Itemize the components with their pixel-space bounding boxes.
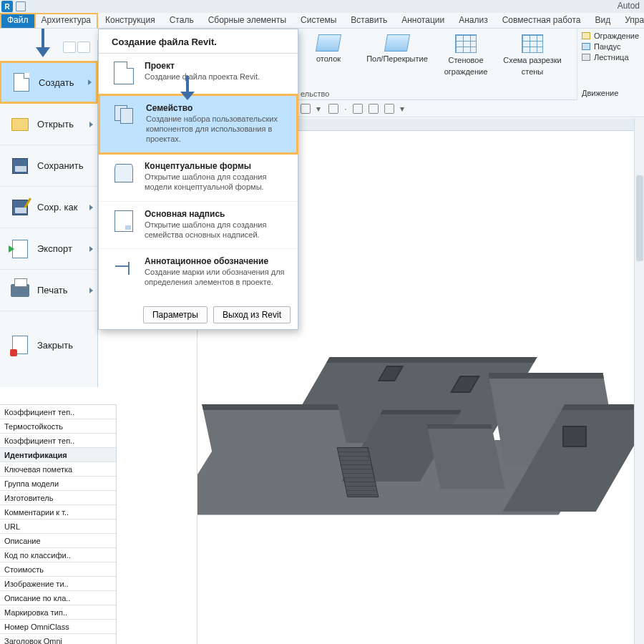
annotation-icon [112,256,136,280]
property-row[interactable]: Термостойкость [0,419,116,434]
qat-btn[interactable] [353,104,363,114]
ribbon-stairs-button[interactable]: Лестница [582,53,640,62]
floppy-pen-icon [10,199,30,216]
tab-view[interactable]: Вид [587,13,618,28]
ribbon-group-label: Движение [582,89,640,97]
ribbon-label: Пандус [594,42,620,51]
submenu-desc: Создание файла проекта Revit. [145,72,260,82]
ribbon-label: ограждение [444,67,488,76]
stairs-icon [582,54,590,61]
revit-logo-icon: R [1,1,13,12]
menu-label: Открыть [37,119,74,130]
qat-icon[interactable] [16,1,26,11]
property-row[interactable]: Изготовитель [0,491,116,505]
close-doc-icon [10,336,30,353]
options-button[interactable]: Параметры [143,306,208,323]
ramp-icon [582,43,590,50]
exit-revit-button[interactable]: Выход из Revit [213,306,291,323]
ribbon-label: Схема разрезки [503,56,561,64]
property-row[interactable]: Комментарии к т.. [0,505,116,519]
property-row[interactable]: Коэффициент теп.. [0,405,116,419]
tab-structure[interactable]: Конструкция [98,13,162,28]
property-row[interactable]: Номер OmniClass [0,620,116,634]
file-menu-saveas[interactable]: Сохр. как [0,187,97,228]
ribbon-railing-button[interactable]: Ограждение [582,31,640,40]
submenu-project[interactable]: Проект Создание файла проекта Revit. [99,54,298,94]
submenu-annotation[interactable]: Аннотационное обозначение Создание марки… [99,249,298,296]
document-icon [11,74,31,91]
property-row[interactable]: Заголовок Omni [0,634,116,644]
project-icon [112,61,136,85]
menu-label: Экспорт [37,243,72,254]
qat-open-icon[interactable] [77,42,90,53]
ribbon-curtainwall-button[interactable]: Стеновое ограждение [438,34,494,76]
tab-file[interactable]: Файл [0,13,36,28]
railing-icon [582,32,590,39]
ribbon-label: Лестница [594,53,629,62]
ribbon-section-button[interactable]: Схема разрезки стены [501,34,564,76]
tab-insert[interactable]: Вставить [343,13,394,28]
tab-precast[interactable]: Сборные элементы [201,13,293,28]
ribbon-label: Стеновое [448,56,483,64]
curtain-grid-icon [455,34,477,53]
property-row[interactable]: Стоимость [0,562,116,577]
tutorial-arrow-icon [180,76,195,100]
submenu-titleblock[interactable]: Основная надпись Открытие шаблона для со… [99,202,298,250]
ribbon-floor-button[interactable]: Пол/Перекрытие [364,34,431,63]
ribbon-tabs: Файл Архитектура Конструкция Сталь Сборн… [0,13,644,29]
submenu-desc: Создание набора пользовательских компоне… [146,114,286,144]
qat-btn[interactable] [369,104,379,114]
submenu-desc: Создание марки или обозначения для опред… [145,268,288,288]
ribbon-ceiling-button[interactable]: отолок [301,34,356,63]
file-menu-export[interactable]: Экспорт [0,228,97,270]
tab-steel[interactable]: Сталь [162,13,201,28]
menu-label: Создать [39,77,74,88]
tab-collab[interactable]: Совместная работа [495,13,588,28]
tab-architecture[interactable]: Архитектура [36,13,99,28]
file-menu-create[interactable]: Создать [0,61,98,104]
ceiling-icon [316,34,341,52]
property-row[interactable]: Маркировка тип.. [0,605,116,620]
qat-btn[interactable] [301,104,311,114]
section-grid-icon [522,34,543,53]
file-menu-save[interactable]: Сохранить [0,145,97,187]
property-row[interactable]: URL [0,519,116,534]
family-icon [113,103,137,127]
properties-panel: Коэффициент теп.. Термостойкость Коэффиц… [0,404,117,644]
tab-annotations[interactable]: Аннотации [394,13,452,28]
vertical-scrollbar[interactable] [634,118,644,644]
app-title: Autod [618,1,640,11]
submenu-heading: Создание файла Revit. [99,29,298,54]
submenu-title: Концептуальные формы [145,161,288,171]
submenu-family[interactable]: Семейство Создание набора пользовательск… [98,94,298,155]
qat-new-icon[interactable] [63,42,76,53]
property-row[interactable]: Описание по кла.. [0,591,116,605]
file-menu-close[interactable]: Закрыть [0,324,97,366]
property-row[interactable]: Коэффициент теп.. [0,434,116,448]
ribbon-group-label: ельство [301,89,329,98]
file-menu-open[interactable]: Открыть [0,104,97,145]
property-row[interactable]: Код по классифи.. [0,548,116,562]
tab-analysis[interactable]: Анализ [452,13,495,28]
menu-label: Сохр. как [37,202,77,213]
submenu-conceptual[interactable]: Концептуальные формы Открытие шаблона дл… [99,154,298,202]
ribbon-label: Ограждение [594,31,639,40]
chevron-right-icon [89,246,93,252]
property-row[interactable]: Группа модели [0,477,116,491]
property-row[interactable]: Ключевая пометка [0,462,116,477]
tab-manage[interactable]: Управлен [618,13,644,28]
menu-label: Печать [37,285,68,296]
printer-icon [10,282,30,299]
file-menu-print[interactable]: Печать [0,270,97,311]
ribbon-ramp-button[interactable]: Пандус [582,42,640,51]
qat-btn[interactable] [384,104,394,114]
property-row[interactable]: Описание [0,534,116,548]
chevron-right-icon [89,205,93,210]
qat-btn[interactable] [328,104,338,114]
ribbon-label: стены [522,67,544,76]
tab-systems[interactable]: Системы [293,13,343,28]
ribbon-side-group: Ограждение Пандус Лестница Движение [577,29,644,100]
submenu-title: Проект [145,61,260,71]
property-row[interactable]: Изображение ти.. [0,577,116,591]
property-group-header[interactable]: Идентификация [0,448,116,462]
